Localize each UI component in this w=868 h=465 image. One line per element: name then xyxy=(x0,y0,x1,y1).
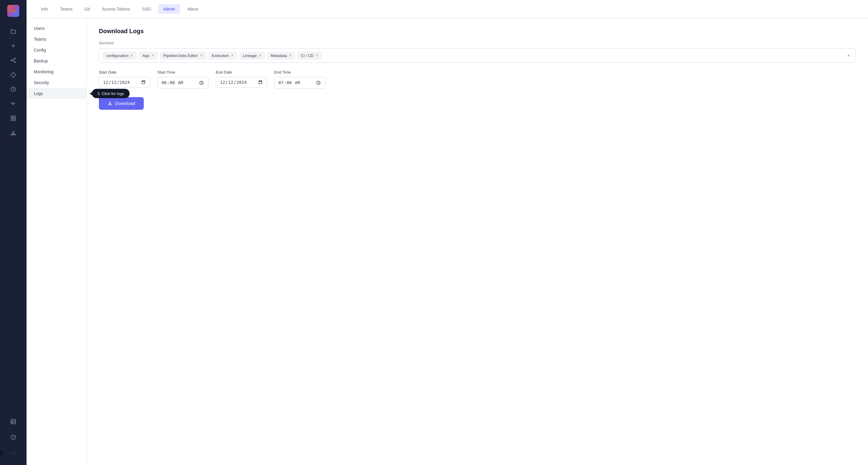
svg-rect-13 xyxy=(14,116,16,118)
start-date-input[interactable] xyxy=(99,77,150,88)
remove-lineage[interactable]: ✕ xyxy=(258,54,261,57)
open-portal-tooltip: 1. Open the Admin portal xyxy=(0,448,2,458)
sidebar: ? ··· 1. Open the Admin portal xyxy=(0,0,27,465)
top-navigation: Info Teams Git Access Tokens SSO Admin A… xyxy=(27,0,868,18)
svg-rect-16 xyxy=(11,419,16,424)
remove-pipeline[interactable]: ✕ xyxy=(200,54,203,57)
start-time-group: Start Time xyxy=(157,70,209,89)
svg-line-9 xyxy=(12,60,14,62)
tab-access-tokens[interactable]: Access Tokens xyxy=(97,4,135,14)
menu-item-monitoring[interactable]: Monitoring xyxy=(27,66,87,77)
nav-container: 2. Click the Admin tab ↓ Info Teams Git … xyxy=(27,0,868,18)
remove-app[interactable]: ✕ xyxy=(151,54,154,57)
diamond-icon[interactable] xyxy=(7,69,19,81)
arrow-indicator: ↓ xyxy=(164,0,166,1)
svg-line-8 xyxy=(12,59,14,60)
download-button[interactable]: Download xyxy=(99,97,144,110)
grid-icon[interactable] xyxy=(7,112,19,124)
menu-item-config[interactable]: Config xyxy=(27,45,87,56)
remove-ci-cd[interactable]: ✕ xyxy=(315,54,318,57)
start-time-label: Start Time xyxy=(157,70,209,75)
svg-rect-14 xyxy=(11,119,13,121)
end-time-input[interactable] xyxy=(274,77,326,89)
menu-item-security[interactable]: Security xyxy=(27,77,87,88)
start-time-input[interactable] xyxy=(157,77,209,89)
service-tag-configuration[interactable]: configuration ✕ xyxy=(103,52,136,59)
logs-menu-row: Logs 3. Click for logs ← xyxy=(27,88,87,99)
svg-point-5 xyxy=(11,60,12,61)
service-tag-ci-cd[interactable]: CI / CD ✕ xyxy=(298,52,322,59)
plus-icon[interactable] xyxy=(7,40,19,52)
table-icon[interactable] xyxy=(7,415,19,428)
download-button-label: Download xyxy=(115,101,135,106)
service-tag-configuration-label: configuration xyxy=(106,53,128,58)
end-time-group: End Time xyxy=(274,70,326,89)
download-btn-icon xyxy=(107,101,113,106)
menu-item-teams[interactable]: Teams xyxy=(27,34,87,45)
service-tag-metadata[interactable]: Metadata ✕ xyxy=(267,52,295,59)
folder-icon[interactable] xyxy=(7,25,19,37)
activity-icon[interactable] xyxy=(7,98,19,110)
svg-rect-12 xyxy=(11,116,13,118)
remove-configuration[interactable]: ✕ xyxy=(130,54,133,57)
tab-about[interactable]: About xyxy=(182,4,203,14)
service-tag-lineage-label: Lineage xyxy=(243,53,257,58)
menu-item-logs[interactable]: Logs xyxy=(27,88,87,99)
services-dropdown-arrow[interactable]: ▾ xyxy=(845,52,852,59)
flow-icon[interactable] xyxy=(7,54,19,66)
menu-item-users[interactable]: Users xyxy=(27,23,87,34)
tab-admin[interactable]: Admin xyxy=(158,4,180,14)
service-tag-lineage[interactable]: Lineage ✕ xyxy=(240,52,265,59)
end-time-label: End Time xyxy=(274,70,326,75)
sidebar-download-icon[interactable] xyxy=(7,127,19,139)
svg-marker-10 xyxy=(11,72,16,78)
menu-item-backup[interactable]: Backup xyxy=(27,56,87,66)
svg-point-7 xyxy=(14,61,16,62)
tab-info[interactable]: Info xyxy=(36,4,53,14)
tab-sso[interactable]: SSO xyxy=(137,4,156,14)
svg-point-6 xyxy=(14,58,16,59)
start-date-label: Start Date xyxy=(99,70,150,75)
end-date-label: End Date xyxy=(216,70,267,75)
main-panel: Download Logs Services configuration ✕ A… xyxy=(87,18,868,465)
more-icon[interactable]: ··· 1. Open the Admin portal xyxy=(7,447,19,459)
clock-icon[interactable] xyxy=(7,83,19,95)
service-tag-metadata-label: Metadata xyxy=(271,53,287,58)
services-container[interactable]: configuration ✕ App ✕ Pipeline/Jobs Edit… xyxy=(99,48,856,63)
service-tag-ci-cd-label: CI / CD xyxy=(301,53,314,58)
date-time-row: Start Date Start Time End Date End Time xyxy=(99,70,856,89)
end-date-input[interactable] xyxy=(216,77,267,88)
end-date-group: End Date xyxy=(216,70,267,89)
arrow-logs: ← xyxy=(88,91,93,96)
service-tag-app[interactable]: App ✕ xyxy=(139,52,157,59)
svg-rect-15 xyxy=(14,119,16,121)
service-tag-execution[interactable]: Execution ✕ xyxy=(209,52,237,59)
service-tag-pipeline[interactable]: Pipeline/Jobs Editor ✕ xyxy=(160,52,206,59)
content-area: Users Teams Config Backup Monitoring Sec… xyxy=(27,18,868,465)
service-tag-execution-label: Execution xyxy=(212,53,229,58)
tab-teams[interactable]: Teams xyxy=(55,4,77,14)
service-tag-app-label: App xyxy=(142,53,149,58)
left-menu: Users Teams Config Backup Monitoring Sec… xyxy=(27,18,87,465)
remove-metadata[interactable]: ✕ xyxy=(289,54,292,57)
panel-title: Download Logs xyxy=(99,28,856,35)
services-label: Services xyxy=(99,41,856,45)
app-logo[interactable] xyxy=(7,5,19,17)
remove-execution[interactable]: ✕ xyxy=(231,54,234,57)
start-date-group: Start Date xyxy=(99,70,150,89)
service-tag-pipeline-label: Pipeline/Jobs Editor xyxy=(163,53,198,58)
main-content: 2. Click the Admin tab ↓ Info Teams Git … xyxy=(27,0,868,465)
tab-git[interactable]: Git xyxy=(80,4,95,14)
help-icon[interactable]: ? xyxy=(7,431,19,443)
svg-text:?: ? xyxy=(12,435,14,439)
